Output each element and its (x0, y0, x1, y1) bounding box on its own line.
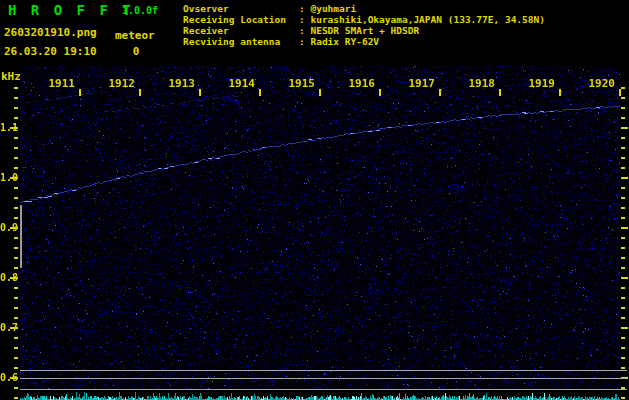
x-tick-mark (259, 89, 261, 96)
y-tick-mark (621, 297, 625, 299)
y-tick-mark (14, 397, 18, 399)
y-tick-mark (621, 357, 625, 359)
x-tick-label: 1914 (221, 77, 255, 90)
y-tick-mark (14, 187, 18, 189)
y-tick-mark (14, 117, 18, 119)
hrofft-window: H R O F F T 1.0.0f 2603201910.png meteor… (0, 0, 629, 400)
app-title: H R O F F T (8, 2, 134, 18)
y-tick-label: 1.0 (0, 172, 17, 183)
y-tick-mark (14, 247, 18, 249)
info-row-observer: Ovserver@yuhmari (183, 3, 545, 14)
info-row-location: Receiving Locationkurashiki,Okayama,JAPA… (183, 14, 545, 25)
y-tick-mark (621, 277, 628, 279)
y-tick-mark (14, 317, 18, 319)
y-tick-mark (621, 147, 625, 149)
x-tick-mark (199, 89, 201, 96)
y-tick-mark (14, 357, 18, 359)
y-tick-mark (14, 157, 18, 159)
y-tick-mark (621, 307, 625, 309)
y-tick-mark (621, 227, 628, 229)
output-filename: 2603201910.png (4, 26, 97, 39)
reference-line-upper (20, 370, 627, 371)
x-tick-mark (439, 89, 441, 96)
x-tick-mark (139, 89, 141, 96)
info-row-receiver: ReceiverNESDR SMArt + HDSDR (183, 25, 545, 36)
detection-band-marker (20, 205, 22, 268)
x-tick-label: 1917 (401, 77, 435, 90)
observer-info-block: Ovserver@yuhmari Receiving Locationkuras… (183, 3, 545, 47)
x-tick-label: 1912 (101, 77, 135, 90)
y-tick-label: 0.8 (0, 272, 17, 283)
y-tick-label: 0.6 (0, 372, 17, 383)
y-tick-mark (621, 347, 625, 349)
y-tick-mark (621, 247, 625, 249)
y-tick-mark (621, 177, 628, 179)
y-tick-mark (14, 287, 18, 289)
timestamp: 26.03.20 19:10 (4, 45, 97, 58)
spectrogram-plot: 1911191219131914191519161917191819191920 (20, 66, 620, 400)
x-tick-mark (559, 89, 561, 96)
y-tick-mark (14, 267, 18, 269)
y-tick-mark (14, 237, 18, 239)
x-tick-label: 1918 (461, 77, 495, 90)
y-tick-mark (14, 197, 18, 199)
y-tick-mark (14, 217, 18, 219)
x-tick-mark (619, 89, 621, 96)
y-tick-mark (621, 107, 625, 109)
y-tick-mark (621, 117, 625, 119)
y-tick-mark (14, 107, 18, 109)
y-tick-mark (621, 127, 628, 129)
y-tick-mark (14, 347, 18, 349)
meteor-count-value: 0 (115, 45, 157, 58)
y-tick-mark (14, 147, 18, 149)
y-tick-mark (14, 97, 18, 99)
x-tick-mark (79, 89, 81, 96)
x-tick-label: 1915 (281, 77, 315, 90)
x-tick-mark (319, 89, 321, 96)
x-tick-label: 1911 (41, 77, 75, 90)
x-tick-label: 1920 (581, 77, 615, 90)
y-tick-mark (621, 317, 625, 319)
y-tick-mark (14, 297, 18, 299)
y-tick-mark (14, 137, 18, 139)
y-tick-mark (621, 167, 625, 169)
y-tick-mark (14, 387, 18, 389)
x-tick-mark (499, 89, 501, 96)
y-tick-mark (621, 267, 625, 269)
y-tick-mark (621, 287, 625, 289)
y-tick-label: 0.7 (0, 322, 17, 333)
y-tick-mark (621, 187, 625, 189)
y-tick-mark (14, 207, 18, 209)
y-tick-mark (14, 257, 18, 259)
y-tick-mark (621, 257, 625, 259)
y-tick-mark (621, 337, 625, 339)
y-tick-mark (14, 337, 18, 339)
y-tick-mark (14, 167, 18, 169)
x-tick-label: 1916 (341, 77, 375, 90)
y-tick-mark (621, 217, 625, 219)
y-tick-mark (14, 367, 18, 369)
reference-line-middle (20, 378, 627, 379)
y-tick-mark (621, 237, 625, 239)
x-tick-label: 1913 (161, 77, 195, 90)
y-tick-label: 0.9 (0, 222, 17, 233)
signal-level-strip (20, 390, 620, 400)
y-tick-mark (621, 397, 625, 399)
y-tick-mark (621, 97, 625, 99)
y-tick-mark (621, 207, 625, 209)
spectrogram-canvas (20, 66, 620, 400)
x-tick-mark (379, 89, 381, 96)
meteor-count-label: meteor (115, 29, 155, 42)
y-tick-mark (14, 307, 18, 309)
y-tick-mark (621, 137, 625, 139)
app-version: 1.0.0f (122, 5, 158, 16)
y-tick-mark (621, 327, 628, 329)
y-tick-mark (621, 87, 625, 89)
y-tick-mark (621, 157, 625, 159)
y-axis-unit-label: kHz (1, 70, 21, 83)
info-row-antenna: Recviving antennaRadix RY-62V (183, 36, 545, 47)
y-tick-label: 1.1 (0, 122, 17, 133)
y-tick-mark (621, 367, 625, 369)
y-tick-mark (14, 87, 18, 89)
y-tick-mark (621, 197, 625, 199)
